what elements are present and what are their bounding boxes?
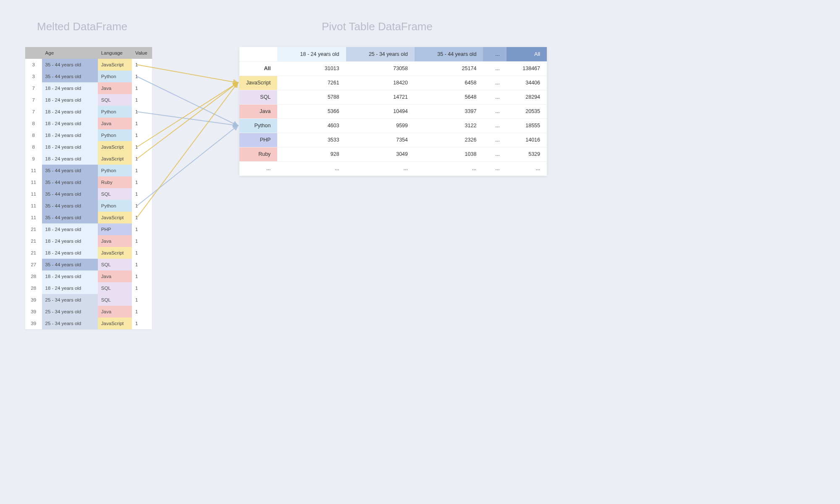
row-index: 28 xyxy=(25,270,42,282)
row-age: 18 - 24 years old xyxy=(42,223,98,235)
pivot-cell: 4603 xyxy=(277,118,346,133)
row-value: 1 xyxy=(132,223,152,235)
melted-header-age: Age xyxy=(42,47,98,59)
pivot-cell: 25174 xyxy=(415,61,483,76)
row-age: 35 - 44 years old xyxy=(42,59,98,71)
row-value: 1 xyxy=(132,153,152,165)
table-row: 1135 - 44 years oldPython1 xyxy=(25,165,152,176)
pivot-table: 18 - 24 years old25 - 34 years old35 - 4… xyxy=(239,47,547,176)
row-value: 1 xyxy=(132,71,152,82)
table-row: 818 - 24 years oldJava1 xyxy=(25,118,152,129)
row-index: 8 xyxy=(25,118,42,129)
table-row: 3925 - 34 years oldJavaScript1 xyxy=(25,318,152,329)
pivot-cell: ... xyxy=(346,161,415,176)
pivot-cell: ... xyxy=(483,147,506,161)
table-row: SQL5788147215648...28294 xyxy=(239,90,547,104)
pivot-cell: ... xyxy=(483,104,506,118)
row-language: JavaScript xyxy=(98,247,132,259)
row-value: 1 xyxy=(132,118,152,129)
pivot-cell: ... xyxy=(483,161,506,176)
row-language: SQL xyxy=(98,188,132,200)
row-age: 18 - 24 years old xyxy=(42,106,98,118)
row-index: 21 xyxy=(25,223,42,235)
pivot-cell: ... xyxy=(483,133,506,147)
pivot-cell: 3049 xyxy=(346,147,415,161)
row-age: 18 - 24 years old xyxy=(42,282,98,294)
row-value: 1 xyxy=(132,294,152,306)
row-value: 1 xyxy=(132,212,152,223)
row-age: 35 - 44 years old xyxy=(42,71,98,82)
row-value: 1 xyxy=(132,129,152,141)
flow-arrow xyxy=(137,76,238,126)
row-value: 1 xyxy=(132,94,152,106)
pivot-header-col: 35 - 44 years old xyxy=(415,47,483,61)
table-row: 1135 - 44 years oldJavaScript1 xyxy=(25,212,152,223)
row-value: 1 xyxy=(132,200,152,212)
row-index: 8 xyxy=(25,141,42,153)
flow-arrow xyxy=(137,83,238,147)
pivot-header-col: All xyxy=(507,47,547,61)
row-age: 18 - 24 years old xyxy=(42,118,98,129)
row-language: Java xyxy=(98,82,132,94)
row-index: 7 xyxy=(25,82,42,94)
melted-title: Melted DataFrame xyxy=(37,20,127,33)
row-value: 1 xyxy=(132,235,152,247)
row-age: 18 - 24 years old xyxy=(42,153,98,165)
row-language: Ruby xyxy=(98,176,132,188)
row-age: 25 - 34 years old xyxy=(42,306,98,318)
pivot-cell: ... xyxy=(483,90,506,104)
pivot-cell: 18420 xyxy=(346,76,415,90)
flow-arrow xyxy=(137,83,238,218)
row-age: 35 - 44 years old xyxy=(42,188,98,200)
row-index: 9 xyxy=(25,153,42,165)
pivot-cell: 5788 xyxy=(277,90,346,104)
row-language: SQL xyxy=(98,294,132,306)
row-language: Python xyxy=(98,106,132,118)
row-index: 28 xyxy=(25,282,42,294)
table-row: 1135 - 44 years oldRuby1 xyxy=(25,176,152,188)
pivot-row-label: Java xyxy=(239,104,277,118)
pivot-header-col: 18 - 24 years old xyxy=(277,47,346,61)
table-row: 718 - 24 years oldPython1 xyxy=(25,106,152,118)
row-age: 18 - 24 years old xyxy=(42,235,98,247)
row-language: JavaScript xyxy=(98,212,132,223)
pivot-cell: 14016 xyxy=(507,133,547,147)
pivot-row-label: Python xyxy=(239,118,277,133)
row-value: 1 xyxy=(132,59,152,71)
row-language: SQL xyxy=(98,282,132,294)
flow-arrow xyxy=(137,65,238,83)
table-row: 1135 - 44 years oldSQL1 xyxy=(25,188,152,200)
melted-header-index xyxy=(25,47,42,59)
pivot-cell: 18555 xyxy=(507,118,547,133)
row-value: 1 xyxy=(132,282,152,294)
row-index: 39 xyxy=(25,318,42,329)
row-language: JavaScript xyxy=(98,318,132,329)
row-value: 1 xyxy=(132,188,152,200)
pivot-cell: ... xyxy=(483,76,506,90)
table-row: PHP353373542326...14016 xyxy=(239,133,547,147)
pivot-row-label: SQL xyxy=(239,90,277,104)
row-value: 1 xyxy=(132,259,152,270)
row-index: 8 xyxy=(25,129,42,141)
row-index: 11 xyxy=(25,176,42,188)
row-language: JavaScript xyxy=(98,141,132,153)
pivot-cell: 138467 xyxy=(507,61,547,76)
pivot-cell: 5648 xyxy=(415,90,483,104)
table-row: 335 - 44 years oldPython1 xyxy=(25,71,152,82)
pivot-cell: 5329 xyxy=(507,147,547,161)
row-language: Java xyxy=(98,306,132,318)
row-value: 1 xyxy=(132,270,152,282)
row-age: 18 - 24 years old xyxy=(42,270,98,282)
melted-header-value: Value xyxy=(132,47,152,59)
pivot-cell: ... xyxy=(277,161,346,176)
row-index: 21 xyxy=(25,247,42,259)
row-value: 1 xyxy=(132,141,152,153)
row-language: Python xyxy=(98,165,132,176)
table-row: All310137305825174...138467 xyxy=(239,61,547,76)
row-index: 11 xyxy=(25,200,42,212)
pivot-cell: 928 xyxy=(277,147,346,161)
table-row: 2818 - 24 years oldSQL1 xyxy=(25,282,152,294)
row-age: 18 - 24 years old xyxy=(42,94,98,106)
row-value: 1 xyxy=(132,82,152,94)
row-index: 39 xyxy=(25,306,42,318)
